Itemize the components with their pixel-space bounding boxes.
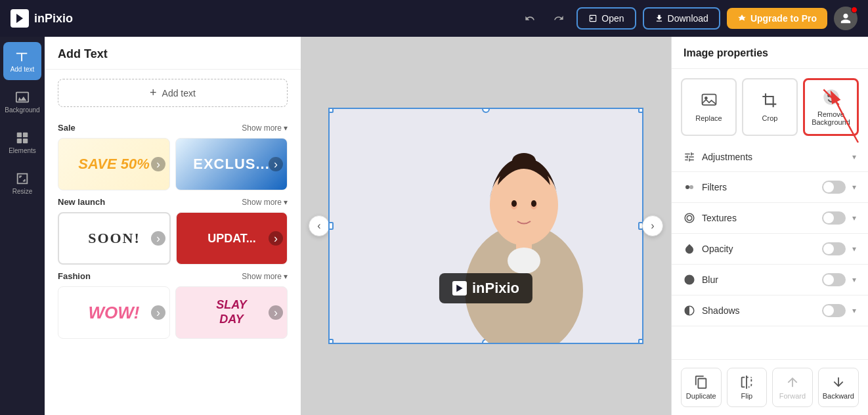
svg-point-19 (685, 185, 689, 189)
duplicate-label: Duplicate (686, 392, 716, 400)
new-launch-templates: SOON! UPDAT... (58, 212, 288, 265)
sidebar-item-background[interactable]: Background (3, 83, 41, 121)
shadows-chevron-icon: ▾ (852, 306, 856, 315)
forward-button[interactable]: Forward (772, 368, 813, 407)
filters-toggle[interactable] (822, 181, 846, 194)
open-button[interactable]: Open (576, 7, 636, 30)
opacity-header[interactable]: Opacity ▾ (672, 234, 868, 264)
new2-text: UPDAT... (205, 229, 259, 248)
replace-button[interactable]: Replace (681, 78, 737, 136)
forward-label: Forward (779, 392, 806, 400)
textures-header[interactable]: Textures ▾ (672, 203, 868, 233)
svg-point-12 (531, 200, 536, 207)
sidebar-item-resize[interactable]: Resize (3, 164, 41, 202)
handle-bottom-left[interactable] (328, 339, 334, 344)
canvas-next-button[interactable]: › (642, 215, 663, 236)
svg-marker-0 (16, 14, 23, 23)
filters-label: Filters (702, 182, 815, 192)
opacity-label: Opacity (702, 244, 815, 254)
app-logo: inPixio (11, 9, 73, 28)
crop-button[interactable]: Crop (742, 78, 798, 136)
fashion-section-header: Fashion Show more ▾ (58, 271, 288, 281)
open-label: Open (601, 13, 624, 24)
remove-background-label: Remove Background (809, 110, 853, 126)
handle-top-left[interactable] (328, 108, 334, 113)
left-panel-title: Add Text (45, 37, 301, 70)
handle-bottom-right[interactable] (638, 339, 643, 344)
download-label: Download (668, 13, 708, 24)
watermark: inPixio (439, 273, 532, 303)
handle-top-middle[interactable] (482, 108, 490, 113)
canvas-prev-button[interactable]: ‹ (309, 215, 330, 236)
app-name: inPixio (34, 12, 73, 26)
shadows-label: Shadows (702, 305, 815, 316)
header-actions: Open Download Upgrade to Pro (519, 7, 857, 30)
new-launch-show-more[interactable]: Show more ▾ (242, 198, 288, 207)
adjustments-label: Adjustments (702, 152, 846, 162)
undo-button[interactable] (519, 7, 541, 30)
blur-toggle[interactable] (822, 273, 846, 286)
icon-sidebar: Add text Background Elements Resize (0, 37, 45, 415)
right-panel: Image properties Replace Crop (671, 37, 868, 415)
image-props-grid: Replace Crop Remove Background (672, 69, 868, 142)
person-image (445, 120, 603, 343)
opacity-toggle[interactable] (822, 242, 846, 255)
flip-label: Flip (741, 392, 752, 400)
sale2-text: EXCLUS... (190, 153, 272, 175)
shadows-toggle[interactable] (822, 304, 846, 317)
user-avatar-button[interactable] (834, 7, 857, 30)
template-item-new1[interactable]: SOON! (58, 212, 171, 265)
fashion-section-title: Fashion (58, 271, 91, 281)
sale-section-header: Sale Show more ▾ (58, 123, 288, 133)
accordions: Adjustments ▾ Filters ▾ Textures ▾ (672, 142, 868, 326)
watermark-text: inPixio (472, 280, 519, 297)
sidebar-item-add-text[interactable]: Add text (3, 42, 41, 80)
remove-background-button[interactable]: Remove Background (803, 78, 859, 136)
fashion-templates: WOW! SLAYDAY (58, 286, 288, 339)
download-button[interactable]: Download (643, 7, 720, 30)
sale1-text: SAVE 50% (76, 153, 152, 175)
textures-toggle[interactable] (822, 211, 846, 225)
template-panel: Sale Show more ▾ SAVE 50% EXCLUS... New … (45, 116, 301, 415)
svg-point-13 (512, 153, 536, 169)
blur-header[interactable]: Blur ▾ (672, 265, 868, 295)
template-item-sale1[interactable]: SAVE 50% (58, 138, 170, 190)
template-item-new2[interactable]: UPDAT... (176, 212, 288, 265)
add-text-label: Add text (162, 88, 196, 98)
handle-top-right[interactable] (638, 108, 643, 113)
filters-header[interactable]: Filters ▾ (672, 172, 868, 202)
adjustments-header[interactable]: Adjustments ▾ (672, 142, 868, 171)
right-panel-title: Image properties (672, 37, 868, 69)
replace-label: Replace (695, 114, 722, 122)
svg-point-20 (689, 185, 693, 189)
accordion-adjustments: Adjustments ▾ (672, 142, 868, 172)
main-layout: Add text Background Elements Resize Add … (0, 37, 868, 415)
sale-section-title: Sale (58, 123, 76, 133)
svg-point-8 (508, 248, 540, 274)
upgrade-button[interactable]: Upgrade to Pro (727, 8, 827, 29)
sidebar-label-background: Background (5, 106, 39, 114)
sidebar-label-elements: Elements (9, 147, 36, 154)
sale-show-more[interactable]: Show more ▾ (242, 123, 288, 133)
handle-middle-left[interactable] (328, 222, 334, 230)
add-text-button[interactable]: + Add text (58, 79, 288, 107)
template-item-sale2[interactable]: EXCLUS... (175, 138, 288, 190)
canvas-image[interactable]: inPixio (328, 108, 643, 344)
template-item-fashion1[interactable]: WOW! (58, 286, 170, 339)
fashion-show-more[interactable]: Show more ▾ (242, 272, 288, 281)
accordion-blur: Blur ▾ (672, 265, 868, 295)
duplicate-button[interactable]: Duplicate (681, 368, 722, 407)
new1-text: SOON! (85, 227, 143, 250)
new-launch-section-header: New launch Show more ▾ (58, 197, 288, 207)
accordion-filters: Filters ▾ (672, 172, 868, 203)
sidebar-item-elements[interactable]: Elements (3, 123, 41, 162)
shadows-header[interactable]: Shadows ▾ (672, 295, 868, 326)
sidebar-label-add-text: Add text (11, 66, 35, 73)
fashion2-text: SLAYDAY (213, 295, 250, 329)
backward-button[interactable]: Backward (818, 368, 859, 407)
bottom-actions: Duplicate Flip Forward Backward (672, 359, 868, 415)
template-item-fashion2[interactable]: SLAYDAY (175, 286, 288, 339)
accordion-textures: Textures ▾ (672, 203, 868, 234)
flip-button[interactable]: Flip (727, 368, 768, 407)
redo-button[interactable] (548, 7, 570, 30)
